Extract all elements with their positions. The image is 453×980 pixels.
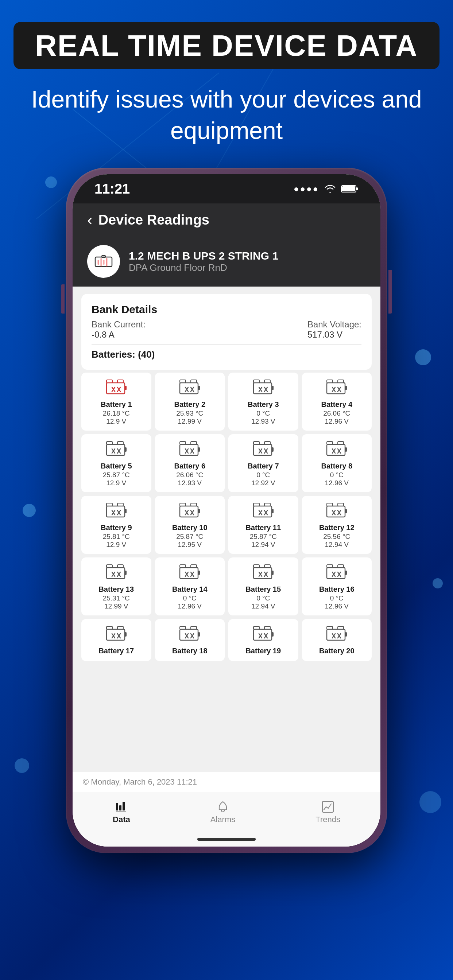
svg-rect-147	[125, 632, 126, 636]
battery-name-2: Battery 2	[174, 400, 205, 409]
header-title-box: REAL TIME DEVICE DATA	[13, 22, 440, 69]
battery-name-11: Battery 11	[246, 523, 281, 532]
timestamp-text: © Monday, March 6, 2023 11:21	[83, 777, 197, 786]
svg-rect-122	[180, 568, 198, 579]
battery-cell-12[interactable]: Battery 1225.56 °C12.94 V	[302, 496, 372, 554]
battery-icon-10	[178, 502, 201, 520]
bank-voltage-section: Bank Voltage: 517.03 V	[308, 320, 362, 340]
battery-icon-17	[105, 625, 128, 644]
svg-rect-34	[254, 383, 272, 394]
battery-status-icon	[341, 184, 359, 194]
battery-temp-11: 25.87 °C	[250, 533, 277, 541]
screen: 11:21 ●●●●	[73, 174, 380, 846]
svg-point-4	[415, 349, 431, 365]
battery-temp-16: 0 °C	[330, 594, 344, 602]
battery-name-19: Battery 19	[246, 647, 281, 655]
back-button[interactable]: ‹	[87, 211, 93, 229]
nav-item-data[interactable]: Data	[113, 800, 130, 824]
bank-voltage-label: Bank Voltage:	[308, 320, 362, 329]
battery-name-10: Battery 10	[172, 523, 207, 532]
battery-name-17: Battery 17	[99, 647, 134, 655]
battery-cell-15[interactable]: Battery 150 °C12.94 V	[228, 557, 298, 616]
battery-icon-2	[178, 379, 201, 398]
svg-rect-179	[119, 805, 121, 810]
battery-cell-3[interactable]: Battery 30 °C12.93 V	[228, 372, 298, 431]
svg-rect-162	[254, 629, 272, 640]
svg-rect-171	[345, 632, 347, 636]
battery-cell-14[interactable]: Battery 140 °C12.96 V	[155, 557, 225, 616]
battery-volt-15: 12.94 V	[251, 602, 275, 610]
battery-name-4: Battery 4	[321, 400, 353, 409]
battery-icon-11	[252, 502, 275, 520]
svg-rect-139	[345, 571, 347, 575]
bank-current-value: -0.8 A	[91, 329, 145, 340]
battery-icon-7	[252, 440, 275, 459]
battery-name-13: Battery 13	[99, 585, 134, 593]
svg-rect-35	[272, 386, 274, 390]
battery-cell-1[interactable]: Battery 126.18 °C12.9 V	[81, 372, 152, 431]
battery-cell-6[interactable]: Battery 626.06 °C12.93 V	[155, 434, 225, 492]
data-nav-label: Data	[113, 815, 130, 824]
alarms-icon	[216, 800, 230, 813]
battery-cell-10[interactable]: Battery 1025.87 °C12.95 V	[155, 496, 225, 554]
footer-timestamp: © Monday, March 6, 2023 11:21	[73, 772, 380, 792]
svg-rect-66	[254, 444, 272, 455]
svg-rect-130	[254, 568, 272, 579]
svg-rect-123	[198, 571, 200, 575]
nav-bar: ‹ Device Readings	[73, 204, 380, 236]
battery-volt-5: 12.9 V	[106, 479, 126, 487]
svg-rect-163	[272, 632, 274, 636]
battery-name-8: Battery 8	[321, 462, 353, 470]
battery-cell-17[interactable]: Battery 17	[81, 619, 152, 661]
nav-item-trends[interactable]: Trends	[316, 800, 340, 824]
battery-volt-2: 12.99 V	[178, 417, 202, 425]
battery-cell-16[interactable]: Battery 160 °C12.96 V	[302, 557, 372, 616]
battery-cell-5[interactable]: Battery 525.87 °C12.9 V	[81, 434, 152, 492]
battery-cell-7[interactable]: Battery 70 °C12.92 V	[228, 434, 298, 492]
alarms-nav-label: Alarms	[211, 815, 235, 824]
battery-temp-10: 25.87 °C	[176, 533, 203, 541]
battery-cell-11[interactable]: Battery 1125.87 °C12.94 V	[228, 496, 298, 554]
battery-volt-10: 12.95 V	[178, 541, 202, 549]
battery-cell-4[interactable]: Battery 426.06 °C12.96 V	[302, 372, 372, 431]
battery-icon-16	[325, 563, 348, 582]
battery-cell-2[interactable]: Battery 225.93 °C12.99 V	[155, 372, 225, 431]
battery-temp-12: 25.56 °C	[323, 533, 350, 541]
battery-icon-4	[325, 379, 348, 398]
svg-rect-59	[198, 447, 200, 452]
bank-title: Bank Details	[91, 303, 362, 316]
svg-rect-82	[107, 506, 125, 517]
battery-name-20: Battery 20	[319, 647, 354, 655]
battery-name-3: Battery 3	[248, 400, 279, 409]
device-name: 1.2 MECH B UPS 2 STRING 1	[129, 250, 278, 262]
battery-icon-12	[325, 502, 348, 520]
main-content: Bank Details Bank Current: -0.8 A Bank V…	[73, 286, 380, 846]
battery-volt-9: 12.9 V	[106, 541, 126, 549]
svg-point-7	[420, 791, 441, 813]
battery-cell-9[interactable]: Battery 925.81 °C12.9 V	[81, 496, 152, 554]
battery-cell-8[interactable]: Battery 80 °C12.96 V	[302, 434, 372, 492]
battery-volt-4: 12.96 V	[325, 417, 349, 425]
battery-cell-18[interactable]: Battery 18	[155, 619, 225, 661]
phone-inner: 11:21 ●●●●	[73, 174, 380, 846]
svg-rect-11	[342, 186, 355, 191]
svg-rect-155	[198, 632, 200, 636]
device-text: 1.2 MECH B UPS 2 STRING 1 DPA Ground Flo…	[129, 250, 278, 274]
svg-point-5	[432, 578, 443, 589]
battery-volt-8: 12.96 V	[325, 479, 349, 487]
battery-temp-1: 26.18 °C	[103, 409, 130, 417]
battery-name-16: Battery 16	[319, 585, 354, 593]
wifi-icon	[324, 184, 337, 194]
battery-icon-15	[252, 563, 275, 582]
battery-temp-3: 0 °C	[257, 409, 270, 417]
battery-name-5: Battery 5	[100, 462, 132, 470]
battery-cell-20[interactable]: Battery 20	[302, 619, 372, 661]
nav-item-alarms[interactable]: Alarms	[211, 800, 235, 824]
battery-cell-19[interactable]: Battery 19	[228, 619, 298, 661]
batteries-count: Batteries: (40)	[91, 349, 362, 360]
svg-rect-180	[123, 802, 125, 810]
battery-icon-8	[325, 440, 348, 459]
battery-cell-13[interactable]: Battery 1325.31 °C12.99 V	[81, 557, 152, 616]
svg-rect-115	[125, 571, 126, 575]
trends-icon	[321, 800, 335, 813]
